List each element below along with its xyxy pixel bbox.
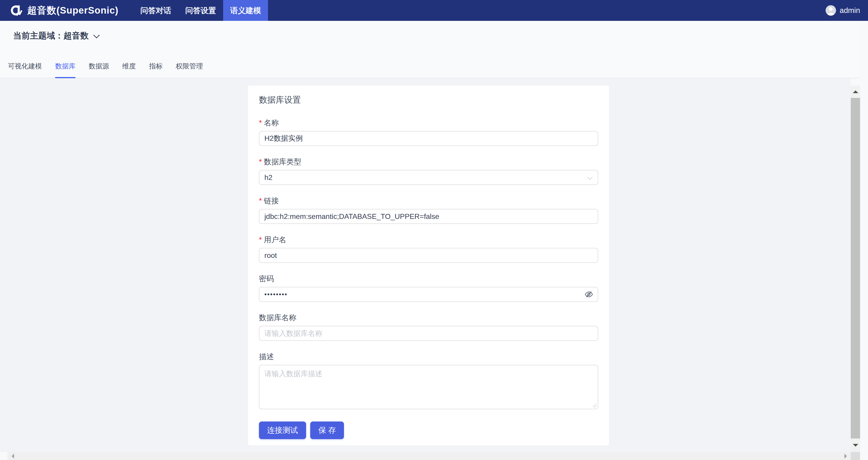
avatar-body-shape xyxy=(828,13,834,15)
tab-dimension[interactable]: 维度 xyxy=(122,55,136,78)
field-db-name: 数据库名称 xyxy=(259,313,598,341)
scroll-up-button[interactable] xyxy=(851,86,860,98)
tab-permission[interactable]: 权限管理 xyxy=(176,55,203,78)
tab-datasource[interactable]: 数据源 xyxy=(89,55,109,78)
db-type-select[interactable]: h2 xyxy=(259,170,598,185)
main-nav-menu: 问答对话 问答设置 语义建模 xyxy=(133,0,268,21)
name-input[interactable] xyxy=(259,131,598,146)
tab-visual-modeling[interactable]: 可视化建模 xyxy=(8,55,42,78)
field-db-name-label-row: 数据库名称 xyxy=(259,313,598,322)
nav-item-qa-chat[interactable]: 问答对话 xyxy=(133,0,178,21)
field-db-type-label: 数据库类型 xyxy=(264,157,301,167)
avatar-head-shape xyxy=(829,7,833,11)
field-description-label: 描述 xyxy=(259,352,274,362)
current-domain-value: 超音数 xyxy=(63,30,89,41)
field-name-label: 名称 xyxy=(264,118,279,128)
chevron-down-icon xyxy=(588,175,593,180)
app-window: 超音数(SuperSonic) 问答对话 问答设置 语义建模 admin 当前主… xyxy=(0,0,868,460)
form-actions: 连接测试 保 存 xyxy=(259,422,598,439)
right-gutter xyxy=(860,21,868,460)
scroll-right-button[interactable] xyxy=(840,452,851,460)
vertical-scrollbar[interactable] xyxy=(851,86,860,452)
eye-invisible-icon[interactable] xyxy=(585,290,593,299)
tab-database[interactable]: 数据库 xyxy=(55,55,75,78)
field-db-name-label: 数据库名称 xyxy=(259,313,297,323)
arrow-up-icon xyxy=(853,90,858,93)
description-textarea-wrap xyxy=(259,365,598,410)
required-marker: * xyxy=(259,235,262,244)
scroll-down-button[interactable] xyxy=(851,438,860,452)
tab-metric[interactable]: 指标 xyxy=(149,55,162,78)
module-tabs: 可视化建模 数据库 数据源 维度 指标 权限管理 xyxy=(8,51,868,78)
scroll-left-button[interactable] xyxy=(7,452,18,460)
field-password-label: 密码 xyxy=(259,274,274,284)
database-settings-card: 数据库设置 * 名称 * 数据库类型 h2 xyxy=(248,86,609,445)
arrow-right-icon xyxy=(844,454,847,459)
top-navbar: 超音数(SuperSonic) 问答对话 问答设置 语义建模 admin xyxy=(0,0,868,21)
scrollbar-corner xyxy=(851,452,860,460)
field-link-label: 链接 xyxy=(264,196,279,206)
field-name-label-row: * 名称 xyxy=(259,118,598,127)
connection-test-button[interactable]: 连接测试 xyxy=(259,422,306,439)
current-domain-selector[interactable]: 当前主题域： 超音数 xyxy=(0,21,868,51)
nav-item-semantic-modeling[interactable]: 语义建模 xyxy=(223,0,268,21)
field-description-label-row: 描述 xyxy=(259,352,598,361)
field-username: * 用户名 xyxy=(259,235,598,263)
user-avatar[interactable] xyxy=(826,5,836,15)
required-marker: * xyxy=(259,196,262,205)
supersonic-logo-icon xyxy=(9,4,23,17)
save-button[interactable]: 保 存 xyxy=(310,422,344,439)
arrow-left-icon xyxy=(11,454,14,459)
current-domain-label: 当前主题域： xyxy=(13,30,63,41)
password-input[interactable] xyxy=(259,287,598,302)
db-type-selected-value: h2 xyxy=(265,173,273,182)
db-name-input[interactable] xyxy=(259,326,598,341)
form-title: 数据库设置 xyxy=(259,94,598,106)
field-password: 密码 xyxy=(259,274,598,302)
field-username-label-row: * 用户名 xyxy=(259,235,598,244)
arrow-down-icon xyxy=(853,444,858,447)
field-name: * 名称 xyxy=(259,118,598,146)
password-wrap xyxy=(259,287,598,302)
field-link-label-row: * 链接 xyxy=(259,196,598,205)
required-marker: * xyxy=(259,157,262,166)
field-description: 描述 xyxy=(259,352,598,410)
content-area: 数据库设置 * 名称 * 数据库类型 h2 xyxy=(0,78,851,452)
field-db-type-label-row: * 数据库类型 xyxy=(259,157,598,166)
header-strip: 当前主题域： 超音数 可视化建模 数据库 数据源 维度 指标 权限管理 xyxy=(0,21,868,78)
user-area[interactable]: admin xyxy=(826,0,860,21)
jdbc-link-input[interactable] xyxy=(259,209,598,224)
username-input[interactable] xyxy=(259,248,598,263)
username-label: admin xyxy=(840,6,860,15)
field-password-label-row: 密码 xyxy=(259,274,598,283)
chevron-down-icon[interactable] xyxy=(93,32,100,38)
description-textarea[interactable] xyxy=(259,365,598,409)
field-db-type: * 数据库类型 h2 xyxy=(259,157,598,185)
required-marker: * xyxy=(259,118,262,127)
horizontal-scrollbar[interactable] xyxy=(7,452,851,460)
brand-title: 超音数(SuperSonic) xyxy=(27,4,118,17)
field-link: * 链接 xyxy=(259,196,598,224)
tab-database-label: 数据库 xyxy=(55,62,75,71)
brand: 超音数(SuperSonic) xyxy=(9,4,118,17)
vertical-scrollbar-thumb[interactable] xyxy=(851,98,860,438)
field-username-label: 用户名 xyxy=(264,235,286,245)
nav-item-qa-settings[interactable]: 问答设置 xyxy=(178,0,223,21)
